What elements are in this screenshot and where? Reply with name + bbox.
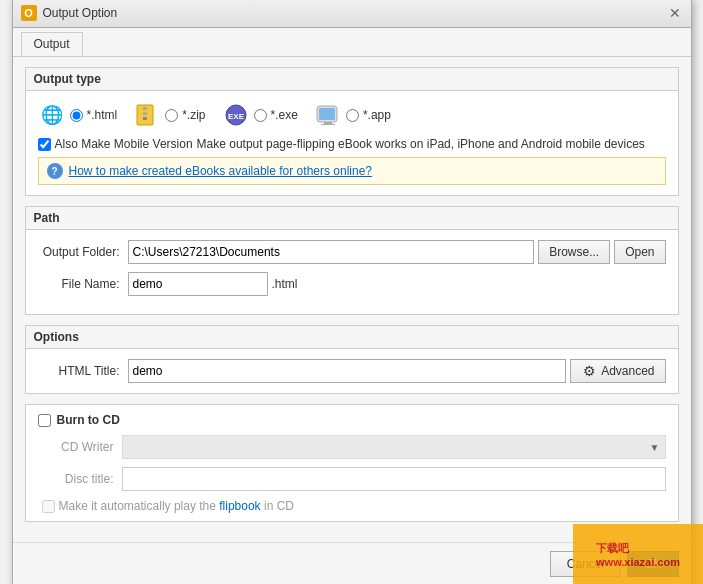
- path-body: Output Folder: Browse... Open File Name:…: [26, 230, 678, 314]
- svg-text:EXE: EXE: [228, 112, 245, 121]
- type-zip-radio[interactable]: [165, 109, 178, 122]
- close-button[interactable]: ✕: [667, 5, 683, 21]
- zip-icon: [133, 101, 161, 129]
- svg-rect-7: [319, 108, 335, 120]
- type-exe-label[interactable]: *.exe: [271, 108, 298, 122]
- type-html-label[interactable]: *.html: [87, 108, 118, 122]
- html-icon: 🌐: [38, 101, 66, 129]
- type-exe-option: EXE *.exe: [222, 101, 298, 129]
- content-area: Output type 🌐 *.html: [13, 57, 691, 542]
- app-icon: [314, 101, 342, 129]
- type-exe-radio[interactable]: [254, 109, 267, 122]
- path-label: Path: [26, 207, 678, 230]
- window-icon: O: [21, 5, 37, 21]
- mobile-row: Also Make Mobile Version Make output pag…: [38, 137, 666, 151]
- output-folder-label: Output Folder:: [38, 245, 128, 259]
- burn-cd-checkbox[interactable]: [38, 414, 51, 427]
- cd-writer-select[interactable]: [122, 435, 666, 459]
- options-body: HTML Title: ⚙ Advanced: [26, 349, 678, 393]
- window-title: Output Option: [43, 6, 118, 20]
- browse-button[interactable]: Browse...: [538, 240, 610, 264]
- ok-button[interactable]: OK: [627, 551, 678, 577]
- output-folder-row: Output Folder: Browse... Open: [38, 240, 666, 264]
- options-label: Options: [26, 326, 678, 349]
- output-type-row: 🌐 *.html: [38, 101, 666, 129]
- info-box[interactable]: ? How to make created eBooks available f…: [38, 157, 666, 185]
- cd-writer-row: CD Writer: [42, 435, 666, 459]
- disc-title-row: Disc title:: [42, 467, 666, 491]
- gear-icon: ⚙: [581, 363, 597, 379]
- type-app-option: *.app: [314, 101, 391, 129]
- auto-play-post-text: in CD: [261, 499, 294, 513]
- svg-rect-2: [143, 112, 147, 115]
- burn-cd-section: Burn to CD CD Writer Disc title:: [25, 404, 679, 522]
- html-title-row: HTML Title: ⚙ Advanced: [38, 359, 666, 383]
- title-bar: O Output Option ✕: [13, 0, 691, 28]
- type-zip-option: *.zip: [133, 101, 205, 129]
- output-type-section: Output type 🌐 *.html: [25, 67, 679, 196]
- type-zip-label[interactable]: *.zip: [182, 108, 205, 122]
- burn-title-row: Burn to CD: [38, 413, 666, 427]
- html-title-label: HTML Title:: [38, 364, 128, 378]
- disc-title-label: Disc title:: [42, 472, 122, 486]
- info-icon: ?: [47, 163, 63, 179]
- svg-rect-8: [324, 122, 332, 124]
- auto-play-link-text: flipbook: [219, 499, 260, 513]
- exe-icon: EXE: [222, 101, 250, 129]
- type-app-radio[interactable]: [346, 109, 359, 122]
- file-ext-label: .html: [272, 277, 298, 291]
- info-link[interactable]: How to make created eBooks available for…: [69, 164, 373, 178]
- title-bar-left: O Output Option: [21, 5, 118, 21]
- html-title-input[interactable]: [128, 359, 567, 383]
- svg-rect-9: [321, 124, 335, 125]
- auto-play-checkbox[interactable]: [42, 500, 55, 513]
- burn-cd-label[interactable]: Burn to CD: [57, 413, 120, 427]
- svg-rect-1: [143, 107, 147, 110]
- advanced-button[interactable]: ⚙ Advanced: [570, 359, 665, 383]
- output-type-label: Output type: [26, 68, 678, 91]
- file-name-label: File Name:: [38, 277, 128, 291]
- output-folder-input[interactable]: [128, 240, 535, 264]
- tab-output[interactable]: Output: [21, 32, 83, 56]
- mobile-note: Make output page-flipping eBook works on…: [197, 137, 645, 151]
- cancel-button[interactable]: Cancel: [550, 551, 621, 577]
- tab-bar: Output: [13, 28, 691, 57]
- path-section: Path Output Folder: Browse... Open File …: [25, 206, 679, 315]
- auto-play-pre-text: Make it automatically play the: [59, 499, 220, 513]
- cd-writer-select-wrapper: [122, 435, 666, 459]
- main-window: O Output Option ✕ Output Output type 🌐 *…: [12, 0, 692, 584]
- advanced-label: Advanced: [601, 364, 654, 378]
- auto-play-label[interactable]: Make it automatically play the flipbook …: [59, 499, 294, 513]
- mobile-checkbox-label[interactable]: Also Make Mobile Version: [55, 137, 193, 151]
- open-button[interactable]: Open: [614, 240, 665, 264]
- type-html-radio[interactable]: [70, 109, 83, 122]
- auto-play-row: Make it automatically play the flipbook …: [42, 499, 666, 513]
- file-name-row: File Name: .html: [38, 272, 666, 296]
- svg-rect-3: [143, 117, 147, 120]
- type-app-label[interactable]: *.app: [363, 108, 391, 122]
- file-name-input[interactable]: [128, 272, 268, 296]
- cd-writer-label: CD Writer: [42, 440, 122, 454]
- disc-title-input[interactable]: [122, 467, 666, 491]
- output-type-body: 🌐 *.html: [26, 91, 678, 195]
- options-section: Options HTML Title: ⚙ Advanced: [25, 325, 679, 394]
- mobile-checkbox[interactable]: [38, 138, 51, 151]
- burn-body: CD Writer Disc title: Make i: [38, 435, 666, 513]
- footer-bar: Cancel OK: [13, 542, 691, 584]
- type-html-option: 🌐 *.html: [38, 101, 118, 129]
